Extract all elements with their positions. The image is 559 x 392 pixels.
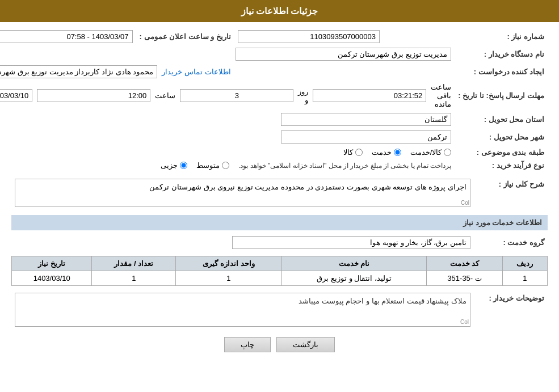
page-container: جزئیات اطلاعات نیاز شماره نیاز : 1103093… [0, 0, 559, 392]
description-box-container: اجرای پروژه های توسعه شهری بصورت دستمزدی… [15, 179, 470, 207]
creator-value: محمود هادی نژاد کاربرداز مدیریت توزیع بر… [0, 65, 157, 78]
service-group-label: گروه خدمت : [474, 234, 548, 251]
col-indicator-buyer: Col [460, 319, 469, 325]
need-number-row: 1103093507000003 [238, 30, 451, 43]
contact-link[interactable]: اطلاعات تماس خریدار [162, 68, 230, 76]
city-value: ترکمن [281, 130, 451, 144]
back-button[interactable]: بازگشت [276, 337, 335, 352]
days-label: روز و [298, 87, 308, 104]
description-label: شرح کلی نیاز : [474, 176, 548, 209]
announce-value: 1403/03/07 - 07:58 [0, 30, 133, 43]
table-row: شرح کلی نیاز : اجرای پروژه های توسعه شهر… [11, 176, 548, 209]
time-label: ساعت [155, 91, 175, 100]
category-radio-group: کالا/خدمت خدمت کالا [0, 148, 451, 157]
buyer-desc-table: توضیحات خریدار : ملاک پیشنهاد قیمت استعل… [11, 290, 548, 329]
category-option-label: کالا [343, 148, 353, 157]
time-value: 12:00 [37, 89, 150, 102]
purchase-type-label: نوع فرآیند خرید : [455, 159, 548, 172]
table-row: شماره نیاز : 1103093507000003 تاریخ و سا… [0, 28, 548, 45]
purchase-type-partial[interactable]: جزیی [161, 161, 187, 170]
print-button[interactable]: چاپ [224, 337, 271, 352]
table-cell-name: تولید، انتقال و توزیع برق [281, 271, 427, 286]
category-option-goods-service[interactable]: کالا/خدمت [410, 148, 452, 157]
purchase-type-medium[interactable]: متوسط [196, 161, 229, 170]
purchase-type-label: جزیی [161, 161, 178, 170]
category-label: طبقه بندی موضوعی : [455, 146, 548, 159]
table-cell-qty: 1 [92, 271, 176, 286]
table-cell-row: 1 [502, 271, 547, 286]
col-header-date: تاریخ نیاز [12, 256, 92, 271]
table-row: طبقه بندی موضوعی : کالا/خدمت خدمت [0, 146, 548, 159]
city-label: شهر محل تحویل : [455, 128, 548, 146]
need-number-value: 1103093507000003 [238, 30, 380, 43]
col-header-code: کد خدمت [427, 256, 502, 271]
col-indicator: Col [461, 200, 469, 206]
table-row: گروه خدمت : تامین برق، گاز، بخار و تهویه… [11, 234, 548, 251]
date-label: مهلت ارسال پاسخ: تا تاریخ : [455, 81, 548, 111]
table-row: استان محل تحویل : گلستان [0, 111, 548, 128]
services-table: ردیف کد خدمت نام خدمت واحد اندازه گیری ت… [11, 256, 548, 286]
table-row: نوع فرآیند خرید : پرداخت تمام یا بخشی از… [0, 159, 548, 172]
buyer-desc-inner: ملاک پیشنهاد قیمت استعلام بها و احجام پی… [19, 297, 466, 305]
table-row: توضیحات خریدار : ملاک پیشنهاد قیمت استعل… [11, 290, 548, 329]
purchase-type-group: پرداخت تمام یا بخشی از مبلغ خریدار از مح… [0, 161, 451, 170]
page-header: جزئیات اطلاعات نیاز [0, 0, 559, 22]
info-table: شماره نیاز : 1103093507000003 تاریخ و سا… [0, 28, 548, 172]
province-label: استان محل تحویل : [455, 111, 548, 128]
table-row: شهر محل تحویل : ترکمن [0, 128, 548, 146]
services-section-header: اطلاعات خدمات مورد نیاز [11, 215, 548, 230]
announce-label: تاریخ و ساعت اعلان عمومی : [136, 28, 234, 45]
creator-row: اطلاعات تماس خریدار محمود هادی نژاد کارب… [0, 65, 451, 78]
table-header-row: ردیف کد خدمت نام خدمت واحد اندازه گیری ت… [12, 256, 548, 271]
table-cell-code: ت -35-351 [427, 271, 502, 286]
button-row: بازگشت چاپ [11, 337, 548, 352]
table-row: ایجاد کننده درخواست : اطلاعات تماس خریدا… [0, 63, 548, 81]
table-row: 1ت -35-351تولید، انتقال و توزیع برق11140… [12, 271, 548, 286]
services-table-head: ردیف کد خدمت نام خدمت واحد اندازه گیری ت… [12, 256, 548, 271]
buyer-org-value: مدیریت توزیع برق شهرستان ترکمن [236, 48, 451, 61]
table-cell-unit: 1 [176, 271, 281, 286]
remaining-label: ساعت باقی مانده [431, 83, 451, 108]
purchase-note: پرداخت تمام یا بخشی از مبلغ خریدار از مح… [238, 162, 451, 170]
content-area: شماره نیاز : 1103093507000003 تاریخ و سا… [0, 22, 559, 364]
table-cell-date: 1403/03/10 [12, 271, 92, 286]
remaining-value: 03:21:52 [313, 89, 426, 102]
services-table-body: 1ت -35-351تولید، انتقال و توزیع برق11140… [12, 271, 548, 286]
col-header-unit: واحد اندازه گیری [176, 256, 281, 271]
date-value: 1403/03/10 [0, 89, 32, 102]
buyer-desc-container: ملاک پیشنهاد قیمت استعلام بها و احجام پی… [15, 293, 470, 327]
category-option-label: کالا/خدمت [410, 148, 442, 157]
col-header-row: ردیف [502, 256, 547, 271]
category-option-service[interactable]: خدمت [372, 148, 401, 157]
service-group-table: گروه خدمت : تامین برق، گاز، بخار و تهویه… [11, 234, 548, 251]
service-group-value: تامین برق، گاز، بخار و تهویه هوا [232, 236, 470, 249]
col-header-qty: تعداد / مقدار [92, 256, 176, 271]
creator-label: ایجاد کننده درخواست : [455, 63, 548, 81]
date-row: ساعت باقی مانده 03:21:52 روز و 3 ساعت 12… [0, 83, 451, 108]
description-value: اجرای پروژه های توسعه شهری بصورت دستمزدی… [15, 179, 470, 207]
buyer-org-label: نام دستگاه خریدار : [455, 45, 548, 63]
buyer-desc-label: توضیحات خریدار : [474, 290, 548, 329]
province-value: گلستان [281, 113, 451, 126]
category-option-label: خدمت [372, 148, 392, 157]
days-value: 3 [180, 89, 293, 102]
purchase-type-label: متوسط [196, 161, 220, 170]
description-table: شرح کلی نیاز : اجرای پروژه های توسعه شهر… [11, 176, 548, 209]
need-number-label: شماره نیاز : [455, 28, 548, 45]
col-header-name: نام خدمت [281, 256, 427, 271]
table-row: مهلت ارسال پاسخ: تا تاریخ : ساعت باقی ما… [0, 81, 548, 111]
page-title: جزئیات اطلاعات نیاز [241, 6, 318, 16]
category-option-goods[interactable]: کالا [343, 148, 363, 157]
table-row: نام دستگاه خریدار : مدیریت توزیع برق شهر… [0, 45, 548, 63]
